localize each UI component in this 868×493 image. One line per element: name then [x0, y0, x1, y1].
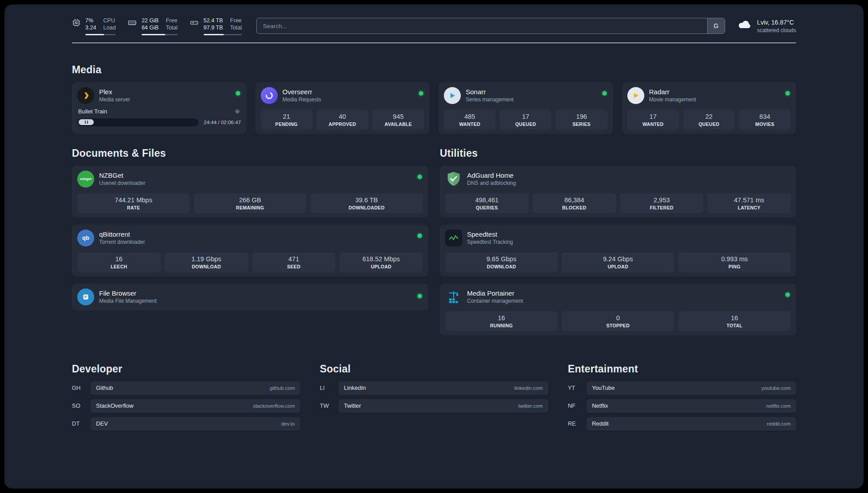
- stat-pending: 21PENDING: [261, 110, 313, 130]
- bookmark-abbr: LI: [320, 384, 338, 391]
- service-card-sonarr[interactable]: Sonarr Series management 485WANTED 17QUE…: [438, 82, 613, 134]
- dashboard-panel: 7% 3.24 CPU Load: [4, 4, 864, 489]
- stat-filtered: 2,953FILTERED: [620, 193, 704, 213]
- bookmark-abbr: SO: [72, 402, 91, 409]
- weather-location: Lviv, 16.87°C: [757, 18, 796, 27]
- section-title-developer: Developer: [72, 363, 300, 375]
- pause-icon[interactable]: [79, 119, 94, 125]
- now-playing-title: Bullet Train: [78, 108, 107, 115]
- service-card-filebrowser[interactable]: File Browser Media File Management: [72, 284, 428, 310]
- stat-queries: 498,461QUERIES: [445, 193, 529, 213]
- service-card-adguard[interactable]: AdGuard Home DNS and adblocking 498,461Q…: [440, 166, 796, 217]
- stat-downloaded: 39.6 TBDOWNLOADED: [310, 193, 423, 213]
- service-card-nzbget[interactable]: nzbget NZBGet Usenet downloader 744.21 M…: [72, 166, 428, 217]
- bookmark-link[interactable]: Twitter twitter.com: [338, 399, 548, 413]
- stat-wanted: 485WANTED: [444, 110, 496, 130]
- bookmark-link[interactable]: Github github.com: [91, 381, 300, 395]
- cpu-usage-value: 7%: [85, 17, 96, 24]
- bookmark-link[interactable]: StackOverflow stackoverflow.com: [91, 399, 300, 413]
- service-subtitle: DNS and adblocking: [467, 180, 516, 186]
- stat-upload: 618.52 MbpsUPLOAD: [339, 252, 423, 272]
- service-name: qBittorrent: [99, 230, 145, 238]
- bookmark-link[interactable]: Reddit reddit.com: [587, 417, 796, 430]
- status-dot: [417, 234, 422, 238]
- stat-movies: 834MOVIES: [739, 110, 791, 130]
- memory-usage-bar: [142, 34, 178, 35]
- status-dot: [417, 175, 422, 179]
- service-name: Sonarr: [466, 88, 513, 96]
- plex-icon: [77, 87, 94, 104]
- bookmark-youtube: YT YouTube youtube.com: [568, 381, 796, 395]
- topbar: 7% 3.24 CPU Load: [72, 17, 796, 35]
- service-name: File Browser: [99, 289, 157, 297]
- service-name: Media Portainer: [467, 289, 523, 297]
- service-name: AdGuard Home: [467, 171, 516, 179]
- stat-approved: 40APPROVED: [317, 110, 368, 130]
- bookmark-abbr: YT: [568, 384, 587, 391]
- playback-progress-bar[interactable]: [77, 118, 198, 126]
- memory-free-label: Free: [166, 17, 177, 24]
- service-name: Overseerr: [283, 88, 321, 96]
- bookmark-linkedin: LI LinkedIn linkedin.com: [320, 381, 548, 395]
- bookmark-github: GH Github github.com: [72, 381, 300, 395]
- service-card-plex[interactable]: Plex Media server Bullet Train: [72, 82, 246, 134]
- service-name: Speedtest: [467, 230, 513, 238]
- service-card-qbittorrent[interactable]: qb qBittorrent Torrent downloader 16LEEC…: [72, 225, 428, 276]
- section-title-entertainment: Entertainment: [568, 363, 796, 375]
- qbittorrent-icon: qb: [77, 230, 94, 246]
- bookmark-abbr: TW: [320, 402, 338, 409]
- disk-total-value: 97.9 TB: [204, 24, 223, 31]
- topbar-divider: [72, 42, 796, 43]
- service-subtitle: Torrent downloader: [99, 239, 145, 245]
- stat-wanted: 17WANTED: [627, 110, 679, 130]
- disk-free-value: 52.4 TB: [204, 17, 223, 24]
- cpu-load-label: Load: [103, 24, 116, 31]
- cpu-label: CPU: [103, 17, 116, 24]
- service-name: Radarr: [649, 88, 696, 96]
- service-subtitle: Container management: [467, 298, 523, 304]
- stat-latency: 47.571 msLATENCY: [707, 193, 791, 213]
- dashboard-window: 7% 3.24 CPU Load: [0, 0, 868, 493]
- service-card-portainer[interactable]: Media Portainer Container management 16R…: [440, 284, 796, 335]
- playback-time: 24:44 / 02:06:47: [204, 120, 241, 125]
- stat-total: 16TOTAL: [678, 311, 791, 331]
- bookmark-link[interactable]: LinkedIn linkedin.com: [338, 381, 548, 395]
- service-name: NZBGet: [99, 171, 145, 179]
- bookmark-netflix: NF Netflix netflix.com: [568, 399, 796, 413]
- service-card-speedtest[interactable]: Speedtest Speedtest Tracking 9.65 GbpsDO…: [440, 225, 796, 276]
- column-utilities: Utilities AdGuard Home: [440, 147, 796, 335]
- bookmark-group-entertainment: Entertainment YT YouTube youtube.com NF …: [568, 363, 796, 435]
- bookmark-link[interactable]: YouTube youtube.com: [587, 381, 796, 395]
- weather-widget: Lviv, 16.87°C scattered clouds: [737, 18, 796, 34]
- service-subtitle: Movie management: [649, 96, 696, 103]
- stat-running: 16RUNNING: [445, 311, 558, 331]
- service-card-radarr[interactable]: Radarr Movie management 17WANTED 22QUEUE…: [622, 82, 797, 134]
- service-card-overseerr[interactable]: Overseerr Media Requests 21PENDING 40APP…: [255, 82, 430, 134]
- cpu-load-value: 3.24: [85, 24, 96, 31]
- service-subtitle: Usenet downloader: [99, 180, 145, 186]
- cpu-icon: [72, 18, 81, 29]
- stat-queued: 17QUEUED: [500, 110, 551, 130]
- disk-free-label: Free: [230, 17, 242, 24]
- cpu-usage-bar: [85, 34, 116, 35]
- stat-queued: 22QUEUED: [683, 110, 735, 130]
- section-title-documents: Documents & Files: [72, 147, 428, 159]
- stat-rate: 744.21 MbpsRATE: [77, 193, 190, 213]
- bookmark-link[interactable]: DEV dev.to: [91, 417, 300, 430]
- stat-download: 9.65 GbpsDOWNLOAD: [445, 252, 558, 272]
- status-dot: [785, 292, 790, 297]
- service-subtitle: Media Requests: [283, 96, 321, 103]
- nzbget-icon: nzbget: [77, 171, 94, 188]
- search-input[interactable]: [256, 18, 725, 34]
- gear-icon[interactable]: [234, 109, 240, 114]
- memory-total-label: Total: [166, 24, 177, 31]
- service-subtitle: Series management: [466, 96, 513, 103]
- memory-icon: [127, 18, 137, 29]
- stat-leech: 16LEECH: [77, 252, 161, 272]
- bookmark-group-social: Social LI LinkedIn linkedin.com TW Twitt…: [320, 363, 548, 417]
- bookmark-link[interactable]: Netflix netflix.com: [587, 399, 796, 413]
- status-dot: [785, 91, 790, 96]
- disk-total-label: Total: [230, 24, 242, 31]
- search-provider-button[interactable]: G: [707, 18, 725, 33]
- bookmark-dev: DT DEV dev.to: [72, 417, 300, 430]
